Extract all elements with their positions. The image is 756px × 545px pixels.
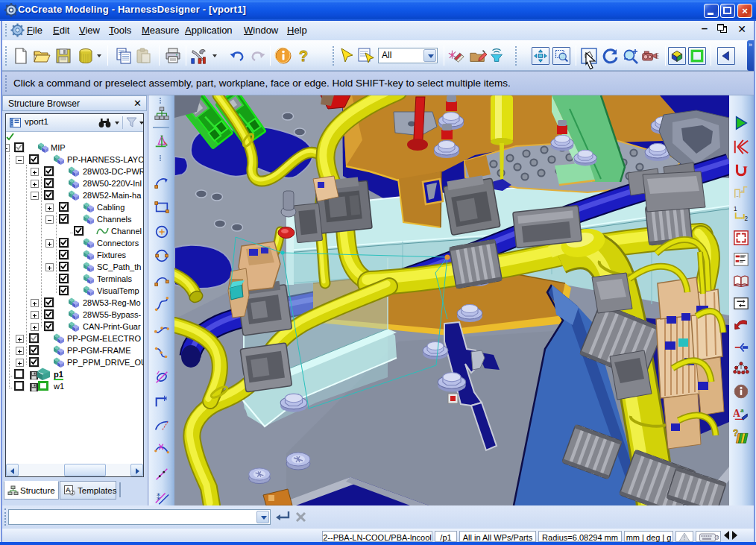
svg-text:1: 1 (734, 206, 737, 212)
svg-text:A: A (733, 408, 740, 419)
svg-text:?: ? (299, 48, 308, 64)
svg-text:?: ? (716, 535, 719, 540)
svg-text:a: a (740, 406, 744, 414)
svg-text:2: 2 (745, 215, 749, 222)
